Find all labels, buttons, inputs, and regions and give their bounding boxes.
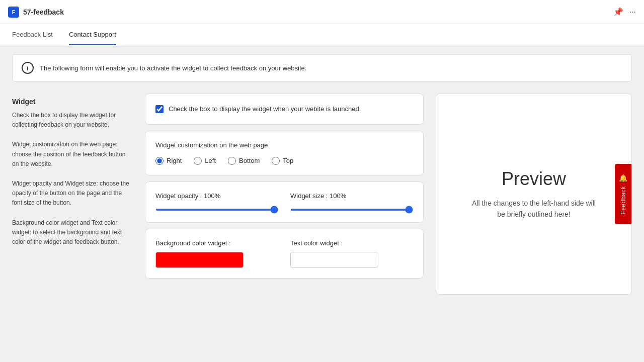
size-slider[interactable] (290, 209, 413, 211)
sliders-card: Widget opacity : 100% Widget size : 100% (145, 182, 424, 223)
position-right-option[interactable]: Right (155, 157, 182, 165)
text-color-group: Text color widget : (290, 239, 413, 268)
widget-heading: Widget (12, 98, 133, 106)
opacity-slider[interactable] (155, 209, 278, 211)
preview-description: All the changes to the left-hand side wi… (468, 198, 599, 220)
feedback-tab-icon: 🔔 (619, 174, 627, 182)
sliders-row: Widget opacity : 100% Widget size : 100% (155, 192, 413, 212)
pin-icon[interactable]: 📌 (613, 7, 623, 17)
opacity-size-desc: Widget opacity and Widget size: choose t… (12, 179, 133, 208)
position-card: Widget customization on the web page Rig… (145, 131, 424, 175)
position-radio-group: Right Left Bottom Top (155, 157, 413, 165)
text-color-swatch[interactable] (290, 252, 378, 268)
bg-color-label: Background color widget : (155, 239, 278, 247)
opacity-label: Widget opacity : 100% (155, 192, 278, 200)
position-right-radio[interactable] (155, 157, 164, 165)
center-panel: Check the box to display the widget when… (145, 94, 424, 295)
position-top-label: Top (283, 157, 293, 164)
feedback-tab-text: Feedback (620, 186, 627, 215)
app-title: 57-feedback (23, 8, 64, 16)
info-icon: i (22, 62, 34, 74)
position-bottom-radio[interactable] (228, 157, 236, 165)
preview-title: Preview (502, 168, 566, 190)
titlebar-left: F 57-feedback (8, 7, 64, 18)
feedback-tab[interactable]: 🔔 Feedback (615, 164, 631, 224)
left-panel: Widget Check the box to display the widg… (12, 94, 133, 295)
size-slider-group: Widget size : 100% (290, 192, 413, 212)
size-label: Widget size : 100% (290, 192, 413, 200)
position-left-radio[interactable] (194, 157, 202, 165)
info-banner: i The following form will enable you to … (12, 54, 632, 81)
position-left-option[interactable]: Left (194, 157, 216, 165)
text-color-label: Text color widget : (290, 239, 413, 247)
tab-feedback-list[interactable]: Feedback List (12, 25, 53, 45)
position-bottom-label: Bottom (239, 157, 260, 164)
tabs-nav: Feedback List Contact Support (0, 24, 644, 46)
app-icon: F (8, 7, 19, 18)
position-right-label: Right (167, 157, 182, 164)
more-icon[interactable]: ··· (629, 8, 636, 17)
banner-text: The following form will enable you to ac… (40, 64, 306, 72)
widget-enable-checkbox[interactable] (155, 105, 164, 113)
widget-enable-card: Check the box to display the widget when… (145, 94, 424, 125)
colors-card: Background color widget : Text color wid… (145, 229, 424, 279)
widget-desc: Check the box to display the widget for … (12, 111, 133, 130)
titlebar: F 57-feedback 📌 ··· (0, 0, 644, 24)
position-left-label: Left (205, 157, 216, 164)
position-top-radio[interactable] (272, 157, 280, 165)
bg-color-swatch[interactable] (155, 252, 244, 268)
tab-contact-support[interactable]: Contact Support (69, 25, 116, 45)
widget-checkbox-label: Check the box to display the widget when… (169, 104, 361, 114)
bg-color-group: Background color widget : (155, 239, 278, 268)
position-bottom-option[interactable]: Bottom (228, 157, 260, 165)
customization-desc: Widget customization on the web page: ch… (12, 140, 133, 169)
position-top-option[interactable]: Top (272, 157, 293, 165)
position-card-title: Widget customization on the web page (155, 141, 413, 149)
main-content: Widget Check the box to display the widg… (0, 89, 644, 307)
widget-checkbox-row: Check the box to display the widget when… (155, 104, 413, 114)
colors-row: Background color widget : Text color wid… (155, 239, 413, 268)
titlebar-right: 📌 ··· (613, 7, 636, 17)
right-panel: Preview All the changes to the left-hand… (436, 94, 632, 295)
opacity-slider-group: Widget opacity : 100% (155, 192, 278, 212)
color-desc: Background color widget and Text color w… (12, 218, 133, 247)
preview-card: Preview All the changes to the left-hand… (436, 94, 632, 295)
